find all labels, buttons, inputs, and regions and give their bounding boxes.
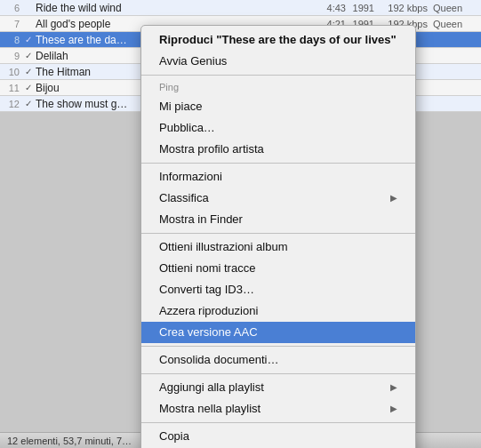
check-mark: ✓ xyxy=(25,83,36,92)
track-duration: 4:43 xyxy=(319,3,351,13)
menu-item-label: Ottieni illustrazioni album xyxy=(159,238,288,256)
menu-item[interactable]: Mostra profilo artista xyxy=(141,139,415,160)
menu-item-label: Azzera riproduzioni xyxy=(159,302,258,320)
row-number: 11 xyxy=(4,83,25,93)
track-year: 1991 xyxy=(351,3,380,13)
menu-item[interactable]: Mi piace xyxy=(141,96,415,117)
track-bitrate: 192 kbps xyxy=(380,3,433,13)
track-artist: Queen xyxy=(433,3,477,13)
track-artist: Queen xyxy=(433,19,477,29)
context-menu[interactable]: Riproduci "These are the days of our liv… xyxy=(140,25,416,448)
menu-divider xyxy=(141,373,415,374)
menu-item-label: Mostra nella playlist xyxy=(159,400,261,418)
check-mark: ✓ xyxy=(25,67,36,76)
menu-item-label: Classifica xyxy=(159,189,209,207)
menu-item-label: Riproduci "These are the days of our liv… xyxy=(159,31,397,49)
status-text: 12 elementi, 53,7 minuti, 7… xyxy=(7,436,132,446)
menu-item-label: Copia xyxy=(159,428,189,445)
row-number: 7 xyxy=(4,19,25,29)
menu-item[interactable]: Mostra in Finder xyxy=(141,209,415,230)
submenu-arrow-icon: ▶ xyxy=(390,379,397,396)
menu-item[interactable]: Converti tag ID3… xyxy=(141,279,415,300)
menu-item[interactable]: Mostra nella playlist▶ xyxy=(141,398,415,420)
menu-item[interactable]: Ottieni nomi tracce xyxy=(141,258,415,279)
row-number: 10 xyxy=(4,67,25,77)
menu-item-label: Crea versione AAC xyxy=(159,324,258,341)
menu-item[interactable]: Crea versione AAC xyxy=(141,322,415,343)
check-mark: ✓ xyxy=(25,35,36,44)
menu-item[interactable]: Informazioni xyxy=(141,166,415,188)
menu-item-label: Informazioni xyxy=(159,168,222,186)
menu-item[interactable]: Aggiungi alla playlist▶ xyxy=(141,377,415,398)
menu-item[interactable]: Copia xyxy=(141,426,415,447)
menu-item[interactable]: Ottieni illustrazioni album xyxy=(141,236,415,258)
menu-item-label: Pubblica… xyxy=(159,119,215,137)
row-number: 6 xyxy=(4,3,25,13)
menu-section-header: Ping xyxy=(141,78,415,96)
menu-item-label: Mostra in Finder xyxy=(159,211,243,228)
menu-divider xyxy=(141,163,415,164)
submenu-arrow-icon: ▶ xyxy=(390,400,397,418)
menu-item[interactable]: Avvia Genius xyxy=(141,51,415,72)
menu-item[interactable]: Riproduci "These are the days of our liv… xyxy=(141,29,415,51)
menu-item-label: Avvia Genius xyxy=(159,52,227,70)
menu-item-label: Aggiungi alla playlist xyxy=(159,379,264,396)
submenu-arrow-icon: ▶ xyxy=(390,189,397,207)
menu-item-label: Mi piace xyxy=(159,98,202,116)
check-mark: ✓ xyxy=(25,51,36,60)
menu-item[interactable]: Azzera riproduzioni xyxy=(141,300,415,322)
menu-item-label: Consolida documenti… xyxy=(159,351,278,369)
menu-item-label: Mostra profilo artista xyxy=(159,140,264,158)
track-title: Ride the wild wind xyxy=(36,2,319,14)
menu-item-label: Ottieni nomi tracce xyxy=(159,260,255,277)
menu-item-label: Converti tag ID3… xyxy=(159,281,254,299)
check-mark: ✓ xyxy=(25,99,36,108)
menu-divider xyxy=(141,422,415,423)
menu-divider xyxy=(141,346,415,347)
menu-divider xyxy=(141,233,415,234)
menu-divider xyxy=(141,75,415,76)
row-number: 12 xyxy=(4,99,25,109)
menu-item[interactable]: Pubblica… xyxy=(141,117,415,139)
menu-item[interactable]: Classifica▶ xyxy=(141,188,415,209)
row-number: 8 xyxy=(4,35,25,45)
track-row[interactable]: 6 Ride the wild wind 4:43 1991 192 kbps … xyxy=(0,0,481,16)
row-number: 9 xyxy=(4,51,25,61)
menu-item[interactable]: Consolida documenti… xyxy=(141,349,415,371)
